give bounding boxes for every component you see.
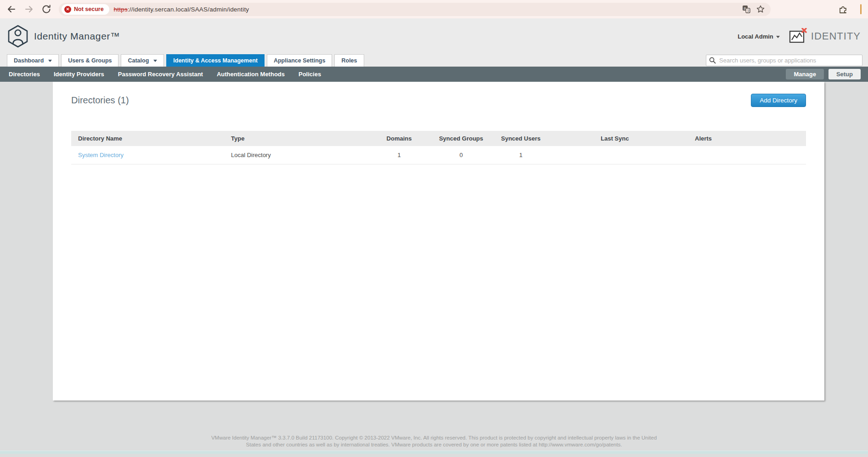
primary-tab-bar: Dashboard Users & Groups Catalog Identit… bbox=[0, 54, 868, 67]
cell-type: Local Directory bbox=[231, 146, 369, 164]
translate-icon[interactable]: a文 bbox=[742, 5, 750, 13]
subnav-item-identity-providers[interactable]: Identity Providers bbox=[54, 71, 104, 78]
table-header-row: Directory Name Type Domains Synced Group… bbox=[71, 131, 806, 146]
directory-name-link[interactable]: System Directory bbox=[78, 152, 124, 158]
column-header-last-sync: Last Sync bbox=[548, 131, 677, 146]
tab-catalog[interactable]: Catalog bbox=[121, 54, 164, 67]
address-bar[interactable]: ✕ Not secure https://identity.sercan.loc… bbox=[59, 3, 771, 16]
forward-icon[interactable] bbox=[24, 4, 34, 14]
brand-text: IDENTITY bbox=[811, 30, 861, 42]
app-title: Identity Manager™ bbox=[34, 31, 120, 42]
directories-table: Directory Name Type Domains Synced Group… bbox=[71, 131, 806, 164]
column-header-synced-users: Synced Users bbox=[493, 131, 548, 146]
profile-accent-bar bbox=[860, 4, 862, 14]
content-card: Directories (1) Add Directory Directory … bbox=[53, 82, 824, 401]
not-secure-label: Not secure bbox=[74, 6, 104, 12]
refresh-icon[interactable] bbox=[41, 4, 51, 14]
column-header-directory-name: Directory Name bbox=[71, 131, 231, 146]
browser-toolbar: ✕ Not secure https://identity.sercan.loc… bbox=[0, 0, 868, 18]
setup-button[interactable]: Setup bbox=[829, 69, 861, 79]
identity-manager-logo-icon bbox=[7, 25, 28, 48]
cell-domains: 1 bbox=[369, 146, 429, 164]
back-icon[interactable] bbox=[6, 4, 17, 14]
url-text: https://identity.sercan.local/SAAS/admin… bbox=[114, 6, 249, 13]
tab-users-groups[interactable]: Users & Groups bbox=[61, 54, 118, 67]
main-area: Directories (1) Add Directory Directory … bbox=[0, 82, 868, 454]
cell-last-sync bbox=[548, 146, 677, 164]
url-rest: ://identity.sercan.local/SAAS/admin/iden… bbox=[128, 6, 249, 13]
chevron-down-icon bbox=[48, 60, 52, 62]
column-header-type: Type bbox=[231, 131, 369, 146]
cell-alerts bbox=[677, 146, 806, 164]
add-directory-button[interactable]: Add Directory bbox=[751, 94, 806, 107]
app-header: Identity Manager™ Local Admin IDENTITY bbox=[0, 18, 868, 54]
not-secure-icon: ✕ bbox=[64, 6, 71, 13]
taskbar-edge bbox=[0, 451, 868, 454]
user-menu[interactable]: Local Admin bbox=[738, 33, 780, 40]
search-container bbox=[706, 55, 862, 66]
secondary-nav: Directories Identity Providers Password … bbox=[0, 67, 868, 82]
column-header-alerts: Alerts bbox=[677, 131, 806, 146]
broken-image-icon bbox=[789, 28, 807, 45]
footer-line-2: States and other countries as well as by… bbox=[0, 441, 868, 448]
tab-roles[interactable]: Roles bbox=[334, 54, 364, 67]
not-secure-badge[interactable]: ✕ Not secure bbox=[62, 4, 109, 15]
subnav-item-password-recovery-assistant[interactable]: Password Recovery Assistant bbox=[118, 71, 203, 78]
table-row: System Directory Local Directory 1 0 1 bbox=[71, 146, 806, 164]
page-title: Directories (1) bbox=[71, 95, 129, 106]
tab-appliance-settings[interactable]: Appliance Settings bbox=[267, 54, 333, 67]
search-icon bbox=[709, 57, 716, 64]
cell-synced-users: 1 bbox=[493, 146, 548, 164]
manage-button[interactable]: Manage bbox=[786, 69, 823, 79]
cell-synced-groups: 0 bbox=[429, 146, 493, 164]
search-input[interactable] bbox=[706, 55, 862, 66]
tab-dashboard[interactable]: Dashboard bbox=[7, 54, 59, 67]
column-header-domains: Domains bbox=[369, 131, 429, 146]
subnav-item-policies[interactable]: Policies bbox=[299, 71, 321, 78]
column-header-synced-groups: Synced Groups bbox=[429, 131, 493, 146]
chevron-down-icon bbox=[776, 36, 780, 38]
subnav-item-authentication-methods[interactable]: Authentication Methods bbox=[217, 71, 285, 78]
tab-identity-access-management[interactable]: Identity & Access Management bbox=[166, 54, 265, 67]
footer-copyright: VMware Identity Manager™ 3.3.7.0 Build 2… bbox=[0, 434, 868, 448]
subnav-item-directories[interactable]: Directories bbox=[9, 71, 40, 78]
footer-line-1: VMware Identity Manager™ 3.3.7.0 Build 2… bbox=[0, 434, 868, 441]
chevron-down-icon bbox=[153, 60, 157, 62]
svg-text:文: 文 bbox=[747, 9, 750, 12]
bookmark-star-icon[interactable] bbox=[756, 5, 765, 14]
extensions-puzzle-icon[interactable] bbox=[838, 4, 848, 14]
url-scheme: https bbox=[114, 6, 128, 13]
